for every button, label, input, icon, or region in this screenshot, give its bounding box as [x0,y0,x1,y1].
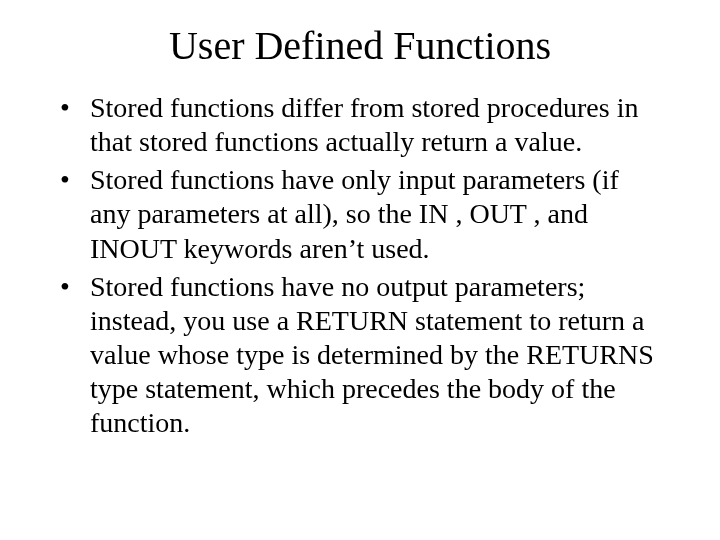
list-item: Stored functions have no output paramete… [56,270,664,441]
list-item: Stored functions differ from stored proc… [56,91,664,159]
slide-title: User Defined Functions [50,22,670,69]
slide: User Defined Functions Stored functions … [0,0,720,540]
list-item: Stored functions have only input paramet… [56,163,664,265]
bullet-list: Stored functions differ from stored proc… [56,91,664,441]
